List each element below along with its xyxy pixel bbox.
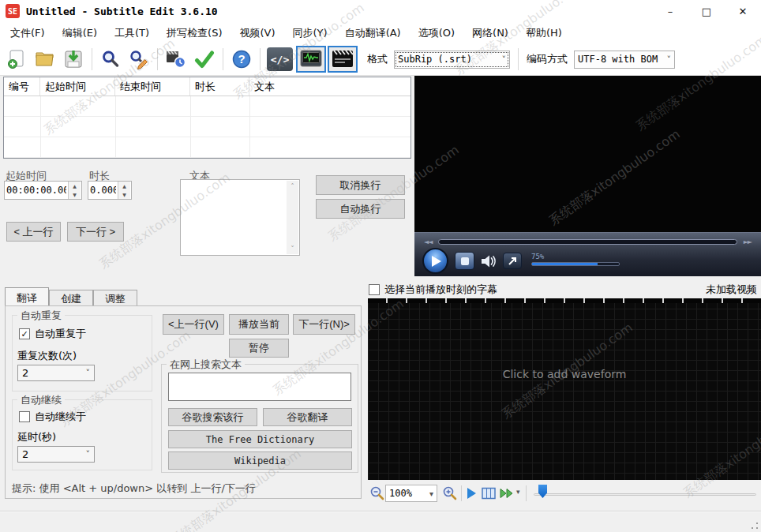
subtitle-text-input[interactable] [181,180,287,255]
source-view-icon: </> [267,47,293,71]
source-view-button[interactable]: </> [265,46,294,73]
auto-repeat-checkbox[interactable]: ✓ [19,328,30,339]
save-button[interactable] [60,46,87,73]
scroll-down-icon[interactable]: ˅ [291,245,294,253]
open-file-button[interactable] [32,46,58,73]
start-time-input[interactable] [5,182,68,198]
menu-network[interactable]: 网络(N) [463,23,517,43]
next-line-n-button[interactable]: 下一行(N)> [293,314,355,335]
replace-button[interactable] [126,46,152,73]
tab-translate[interactable]: 翻译 [5,287,49,306]
column-header-text[interactable]: 文本 [249,77,410,96]
zoom-out-icon[interactable] [369,485,385,501]
menu-video[interactable]: 视频(V) [231,23,283,43]
volume-slider[interactable] [531,262,620,266]
close-button[interactable]: ✕ [725,0,761,22]
next-line-button[interactable]: 下一行 > [67,222,124,242]
textarea-scrollbar[interactable]: ˄ ˅ [287,181,298,254]
chevron-down-icon[interactable]: ▾ [516,488,520,496]
waveform-zoom-select[interactable]: 100% ▾ [385,485,437,502]
window-controls: – □ ✕ [652,0,761,22]
toolbar-separator [260,48,261,70]
workspace: 编号 起始时间 结束时间 时长 文本 起始时间 ▲ ▼ 时长 [0,76,761,532]
play-button[interactable] [422,248,448,274]
select-current-subtitle-checkbox[interactable]: ✓ [369,284,380,295]
help-button[interactable]: ? [228,46,255,73]
toolbar: ? </> 格式 SubRip (.srt) ˅ 编码方式 UTF-8 with… [0,43,761,76]
google-translate-button[interactable]: 谷歌翻译 [263,408,352,426]
forward-icon[interactable]: ►► [744,238,752,245]
waveform-play-icon[interactable] [467,488,476,499]
subtitle-list-body[interactable] [4,96,410,158]
tab-adjust[interactable]: 调整 [93,290,137,306]
position-slider-track[interactable] [534,493,756,496]
previous-line-button[interactable]: < 上一行 [6,222,61,242]
fast-forward-icon[interactable] [499,486,514,500]
visual-sync-icon [166,49,186,69]
menu-tools[interactable]: 工具(T) [106,23,158,43]
volume-control: 75% [531,253,620,266]
scroll-up-icon[interactable]: ˄ [291,182,294,190]
new-file-button[interactable] [3,46,30,73]
menu-spellcheck[interactable]: 拼写检查(S) [158,23,231,43]
open-folder-icon [35,49,55,69]
auto-continue-checkbox[interactable]: ✓ [19,411,30,422]
encoding-select[interactable]: UTF-8 with BOM ˅ [574,51,675,69]
chevron-down-icon: ▾ [429,489,433,498]
auto-break-button[interactable]: 自动换行 [316,199,405,219]
new-file-icon [6,49,27,69]
stepper-down-icon[interactable]: ▼ [118,190,130,199]
find-button[interactable] [97,46,124,73]
volume-icon[interactable] [481,253,497,269]
menu-help[interactable]: 帮助(H) [517,23,571,43]
menu-sync[interactable]: 同步(Y) [284,23,336,43]
free-dictionary-button[interactable]: The Free Dictionary [168,430,352,448]
visual-sync-button[interactable] [163,46,189,73]
maximize-button[interactable]: □ [688,0,725,22]
tab-create[interactable]: 创建 [49,290,93,306]
rewind-icon[interactable]: ◄◄ [424,238,432,245]
video-toggle-button[interactable] [328,46,358,73]
help-icon: ? [231,49,252,69]
video-position-icon[interactable] [482,486,496,500]
menu-file[interactable]: 文件(F) [2,23,54,43]
video-player[interactable]: ◄◄ ►► 75% [414,76,761,276]
column-header-start-time[interactable]: 起始时间 [40,77,115,96]
duration-input[interactable] [88,182,118,198]
stop-button[interactable] [455,252,474,270]
column-header-duration[interactable]: 时长 [190,77,249,96]
web-search-input[interactable] [168,373,351,401]
stepper-down-icon[interactable]: ▼ [69,190,81,199]
subtitle-list-view[interactable]: 编号 起始时间 结束时间 时长 文本 [3,77,411,159]
zoom-in-icon[interactable] [442,485,458,501]
column-header-end-time[interactable]: 结束时间 [115,77,190,96]
google-search-line-button[interactable]: 谷歌搜索该行 [168,408,257,426]
resize-grip-icon[interactable] [751,522,759,530]
prev-line-v-button[interactable]: <上一行(V) [163,314,224,335]
format-select[interactable]: SubRip (.srt) ˅ [394,51,510,69]
app-logo-icon: SE [6,4,20,18]
play-current-button[interactable]: 播放当前 [229,314,289,335]
tab-strip: 翻译 创建 调整 [5,287,137,306]
menu-options[interactable]: 选项(O) [410,23,463,43]
menu-edit[interactable]: 编辑(E) [54,23,106,43]
column-divider [115,96,116,158]
menu-auto-translate[interactable]: 自动翻译(A) [336,23,410,43]
pause-button[interactable]: 暂停 [229,339,289,358]
waveform-area[interactable]: Click to add waveform [368,298,761,480]
minimize-button[interactable]: – [652,0,688,22]
spell-check-button[interactable] [191,46,218,73]
stepper-up-icon[interactable]: ▲ [69,182,81,190]
waveform-header-row: ✓ 选择当前播放时刻的字幕 未加载视频 [369,283,757,297]
delay-select[interactable]: 2 ˅ [17,446,95,463]
seek-bar[interactable] [438,239,737,245]
column-header-number[interactable]: 编号 [4,77,40,96]
repeat-count-select[interactable]: 2 ˅ [17,365,95,381]
unbreak-button[interactable]: 取消换行 [316,175,405,195]
wikipedia-button[interactable]: Wikipedia [168,451,352,470]
stepper-up-icon[interactable]: ▲ [118,182,130,190]
fullscreen-button[interactable] [503,253,522,269]
position-slider-thumb[interactable] [538,485,547,498]
waveform-toggle-button[interactable] [296,46,326,73]
chevron-down-icon: ˅ [662,54,672,65]
